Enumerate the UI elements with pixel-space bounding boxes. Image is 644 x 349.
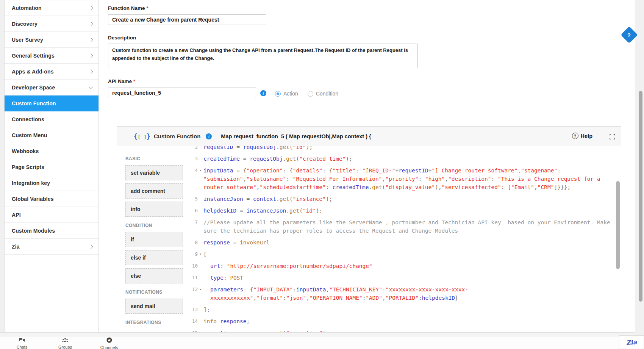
palette-section-condition: CONDITION bbox=[125, 223, 188, 228]
code-line-10[interactable]: 10url: "http://servername:portnumber/sdp… bbox=[188, 262, 621, 270]
code-line-8[interactable]: 8response = invokeurl bbox=[188, 238, 621, 247]
code-line-4[interactable]: 4▾inputData = {"operation": {"details": … bbox=[188, 166, 621, 191]
palette-block-if[interactable]: if bbox=[125, 232, 183, 247]
sidebar-item-global-variables[interactable]: Global Variables bbox=[5, 191, 98, 207]
sidebar-item-api[interactable]: API bbox=[5, 207, 98, 223]
description-label: Description bbox=[108, 35, 136, 41]
chevron-right-icon bbox=[89, 69, 93, 74]
sidebar-item-label: Connections bbox=[12, 116, 92, 122]
bottombar-groups-button[interactable]: Groups bbox=[50, 337, 80, 349]
radio-action[interactable] bbox=[275, 91, 281, 97]
custom-function-editor: {[ ]} Custom Function i Map request_func… bbox=[117, 126, 621, 332]
fullscreen-expand-icon[interactable] bbox=[609, 133, 616, 141]
code-line-9[interactable]: 9▾[ bbox=[188, 250, 621, 258]
code-text: inputData = {"operation": {"details": {"… bbox=[203, 166, 621, 191]
line-number: 8 bbox=[188, 238, 203, 247]
code-line-13[interactable]: 13]; bbox=[188, 305, 621, 314]
zia-assistant-button[interactable]: Zia bbox=[619, 335, 644, 349]
sidebar-item-user-survey[interactable]: User Survey bbox=[5, 32, 98, 48]
sidebar-item-general-settings[interactable]: General Settings bbox=[5, 48, 98, 64]
sidebar-item-page-scripts[interactable]: Page Scripts bbox=[5, 159, 98, 175]
help-button[interactable]: ? Help bbox=[572, 133, 592, 139]
code-text: createdTime = requestObj.get("created_ti… bbox=[203, 155, 621, 163]
line-number: 14 bbox=[188, 317, 203, 326]
api-name-info-icon[interactable]: i bbox=[260, 90, 266, 96]
function-type-radios: ActionCondition bbox=[275, 91, 345, 97]
bottombar-chats-button[interactable]: Chats bbox=[7, 337, 37, 349]
sidebar-item-automation[interactable]: Automation bbox=[5, 0, 98, 16]
line-number: 12▾ bbox=[188, 285, 203, 302]
palette-block-else[interactable]: else bbox=[125, 268, 183, 283]
fold-caret-icon[interactable]: ▾ bbox=[198, 166, 202, 175]
code-text: ]; bbox=[203, 305, 621, 314]
sidebar-item-label: API bbox=[12, 212, 92, 218]
description-textarea[interactable]: Custom function to create a new Change u… bbox=[108, 44, 418, 68]
palette-block-else-if[interactable]: else if bbox=[125, 250, 183, 265]
code-line-5[interactable]: 5instanceJson = context.get("instance"); bbox=[188, 195, 621, 203]
sidebar-item-custom-modules[interactable]: Custom Modules bbox=[5, 223, 98, 239]
page-scrollbar-thumb[interactable] bbox=[639, 91, 642, 302]
radio-label-action: Action bbox=[283, 91, 298, 97]
settings-sidebar: AutomationDiscoveryUser SurveyGeneral Se… bbox=[5, 0, 99, 332]
sidebar-item-label: User Survey bbox=[12, 37, 89, 43]
code-line-11[interactable]: 11type: POST bbox=[188, 274, 621, 282]
chats-icon bbox=[19, 337, 25, 344]
sidebar-item-webhooks[interactable]: Webhooks bbox=[5, 143, 98, 159]
editor-title: Custom Function bbox=[154, 133, 200, 139]
code-line-2[interactable]: 2requestID = requestObj.get("id"); bbox=[188, 146, 621, 151]
line-number: 2 bbox=[188, 146, 203, 151]
code-line-14[interactable]: 14info response; bbox=[188, 317, 621, 326]
fold-caret-icon[interactable]: ▾ bbox=[198, 250, 202, 258]
groups-icon bbox=[62, 337, 68, 344]
bottombar-label: Groups bbox=[58, 345, 72, 349]
code-text: requestID = requestObj.get("id"); bbox=[203, 146, 621, 151]
sidebar-item-label: Custom Function bbox=[12, 100, 92, 106]
code-line-6[interactable]: 6helpdeskID = instanceJson.get("id"); bbox=[188, 207, 621, 215]
code-line-7[interactable]: 7//Please update all the parameters like… bbox=[188, 218, 621, 235]
code-line-15[interactable]: 15operation = response.get("operation"); bbox=[188, 329, 621, 332]
palette-block-info[interactable]: info bbox=[125, 202, 183, 217]
chevron-right-icon bbox=[89, 244, 93, 249]
sidebar-item-integration-key[interactable]: Integration key bbox=[5, 175, 98, 191]
palette-section-integrations: INTEGRATIONS bbox=[125, 320, 188, 325]
chevron-right-icon bbox=[89, 53, 93, 58]
line-number: 6 bbox=[188, 207, 203, 215]
sidebar-item-apps-add-ons[interactable]: Apps & Add-ons bbox=[5, 64, 98, 80]
chevron-down-icon bbox=[89, 85, 93, 89]
code-text: //Please update all the parameters like … bbox=[203, 218, 621, 235]
sidebar-item-developer-space[interactable]: Developer Space bbox=[5, 80, 98, 95]
sidebar-item-custom-menu[interactable]: Custom Menu bbox=[5, 127, 98, 143]
api-name-input[interactable] bbox=[108, 88, 256, 98]
function-signature: Map request_function_5 ( Map requestObj,… bbox=[221, 133, 371, 139]
sidebar-item-label: Page Scripts bbox=[12, 164, 92, 170]
radio-condition[interactable] bbox=[308, 91, 313, 97]
sidebar-item-label: Webhooks bbox=[12, 148, 92, 154]
code-text: response = invokeurl bbox=[203, 238, 621, 247]
palette-block-add-comment[interactable]: add comment bbox=[125, 183, 183, 199]
line-number: 9▾ bbox=[188, 250, 203, 258]
function-name-input[interactable] bbox=[108, 14, 266, 25]
sidebar-item-label: Global Variables bbox=[12, 196, 92, 202]
bottombar-channels-button[interactable]: #Channels bbox=[94, 337, 124, 349]
code-line-3[interactable]: 3createdTime = requestObj.get("created_t… bbox=[188, 155, 621, 163]
code-line-12[interactable]: 12▾parameters: {"INPUT_DATA":inputData,"… bbox=[188, 285, 621, 302]
sidebar-item-label: Developer Space bbox=[12, 85, 89, 91]
line-number: 11 bbox=[188, 274, 203, 282]
line-number: 7 bbox=[188, 218, 203, 235]
sidebar-item-custom-function[interactable]: Custom Function bbox=[5, 95, 98, 111]
line-number: 15 bbox=[188, 329, 203, 332]
sidebar-item-connections[interactable]: Connections bbox=[5, 111, 98, 127]
palette-block-send-mail[interactable]: send mail bbox=[125, 299, 183, 314]
sidebar-item-label: Integration key bbox=[12, 180, 92, 186]
left-gutter bbox=[0, 0, 5, 332]
editor-info-icon[interactable]: i bbox=[206, 133, 212, 139]
editor-scrollbar-thumb[interactable] bbox=[616, 181, 620, 269]
palette-block-set-variable[interactable]: set variable bbox=[125, 165, 183, 180]
fold-caret-icon[interactable]: ▾ bbox=[198, 285, 202, 294]
horizontal-scrollbar-track[interactable] bbox=[0, 332, 635, 336]
code-editor[interactable]: 2requestID = requestObj.get("id");3creat… bbox=[188, 146, 621, 332]
sidebar-item-zia[interactable]: Zia bbox=[5, 239, 98, 255]
sidebar-item-label: Discovery bbox=[12, 21, 89, 27]
chat-bottom-bar: ChatsGroups#Channels bbox=[0, 336, 635, 349]
sidebar-item-discovery[interactable]: Discovery bbox=[5, 16, 98, 32]
